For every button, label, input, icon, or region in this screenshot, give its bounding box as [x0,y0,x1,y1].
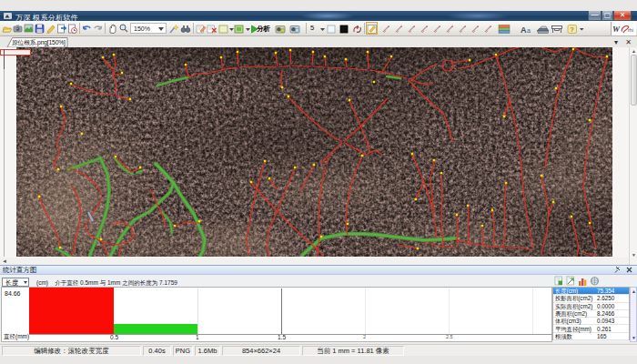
svg-text:?: ? [571,26,574,33]
svg-text:A: A [521,25,527,35]
svg-text:a: a [527,27,531,34]
